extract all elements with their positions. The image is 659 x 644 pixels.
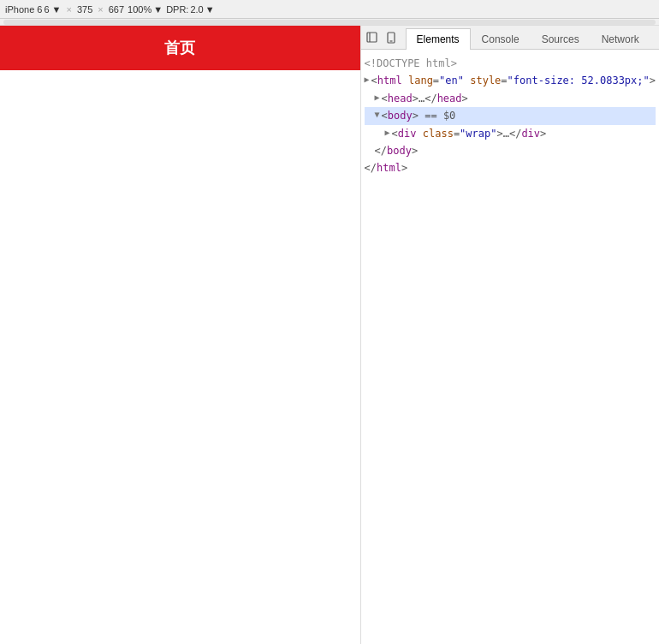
expand-head[interactable]: ▶: [375, 90, 380, 104]
cursor-icon[interactable]: [365, 30, 380, 45]
zoom-selector[interactable]: 100% ▼: [128, 4, 163, 15]
devtools-tabs: Elements Console Sources Network: [361, 26, 659, 50]
scrollbar-area: [0, 19, 659, 26]
mobile-header: 首页: [0, 26, 360, 70]
tab-console[interactable]: Console: [471, 28, 531, 50]
device-selector[interactable]: iPhone 6 6 ▼: [5, 4, 62, 15]
code-div-wrap[interactable]: ▶ <div class="wrap" >…</div>: [365, 125, 656, 142]
zoom-value: 100%: [128, 4, 151, 15]
mobile-header-text: 首页: [164, 39, 195, 57]
device-arrow: 6 ▼: [44, 4, 61, 15]
zoom-arrow: ▼: [153, 4, 163, 15]
code-head[interactable]: ▶ <head>…</head>: [365, 90, 656, 107]
code-html-close: </html>: [365, 159, 656, 176]
separator-1: ×: [67, 4, 72, 15]
expand-body[interactable]: ▼: [375, 107, 380, 122]
main-area: 首页 Elements Console: [0, 26, 659, 644]
svg-rect-0: [367, 33, 377, 42]
tab-sources[interactable]: Sources: [531, 28, 591, 50]
tab-network[interactable]: Network: [591, 28, 650, 50]
code-doctype: <!DOCTYPE html>: [365, 55, 656, 72]
tab-elements[interactable]: Elements: [406, 28, 471, 50]
code-html-tag[interactable]: ▶ <html lang="en" style="font-size: 52.0…: [365, 72, 656, 89]
separator-2: ×: [98, 4, 103, 15]
expand-div[interactable]: ▶: [385, 125, 390, 140]
height-value: 667: [109, 4, 124, 15]
devtools-panel: Elements Console Sources Network <!DOCTY…: [361, 26, 659, 644]
dpr-value: 2.0: [190, 4, 203, 15]
mobile-preview: 首页: [0, 26, 361, 644]
device-toolbar: iPhone 6 6 ▼ × 375 × 667 100% ▼ DPR: 2.0…: [0, 0, 659, 19]
dpr-selector[interactable]: DPR: 2.0 ▼: [166, 4, 214, 15]
device-name: iPhone 6: [5, 4, 42, 15]
expand-html[interactable]: ▶: [365, 72, 370, 86]
width-value: 375: [77, 4, 92, 15]
code-body-close: </body>: [365, 142, 656, 159]
devtools-content: <!DOCTYPE html> ▶ <html lang="en" style=…: [361, 50, 659, 644]
scrollbar-track[interactable]: [3, 20, 656, 25]
code-body[interactable]: ▼ <body> == $0: [365, 107, 656, 124]
dpr-label: DPR:: [166, 4, 188, 15]
device-icon[interactable]: [383, 30, 399, 45]
dpr-arrow: ▼: [205, 4, 215, 15]
toolbar-left: iPhone 6 6 ▼ × 375 × 667 100% ▼ DPR: 2.0…: [5, 4, 215, 15]
